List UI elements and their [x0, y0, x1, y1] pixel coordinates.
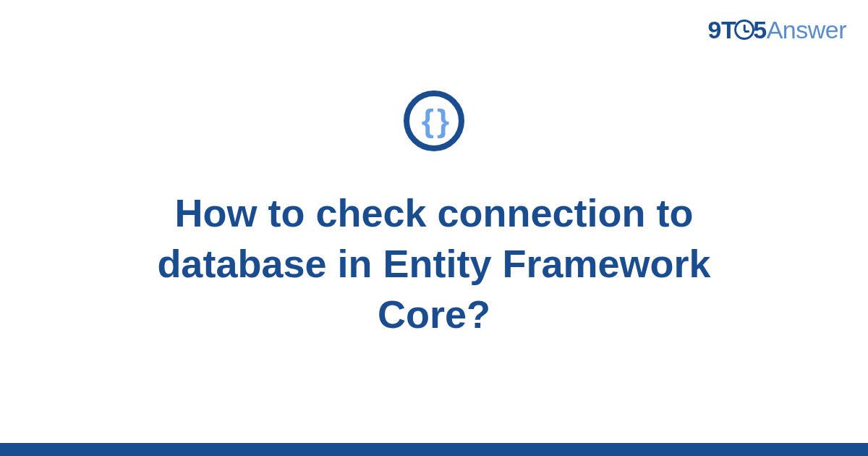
- question-title: How to check connection to database in E…: [80, 187, 788, 340]
- site-logo: 9T5Answer: [708, 16, 846, 44]
- logo-part-answer: Answer: [767, 16, 846, 43]
- category-icon-circle: { }: [404, 90, 464, 151]
- code-braces-icon: { }: [422, 105, 446, 137]
- logo-part-5: 5: [753, 16, 766, 43]
- main-content: { } How to check connection to database …: [0, 90, 868, 340]
- footer-bar: [0, 443, 868, 456]
- logo-part-9t: 9T: [708, 16, 736, 43]
- clock-icon: [734, 20, 754, 40]
